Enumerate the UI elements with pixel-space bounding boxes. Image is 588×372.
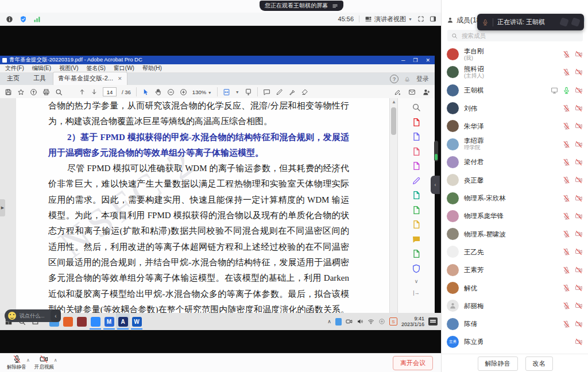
taskbar-app-acrobat[interactable]: A [116,313,130,330]
page-number-input[interactable] [103,87,117,96]
member-row[interactable]: 物理系-宋欣林 [442,189,588,207]
member-search[interactable] [447,30,583,41]
leave-meeting-button[interactable]: 离开会议 [393,356,433,370]
unmute-button[interactable]: 解除静音 [3,354,30,372]
print-production-tool-icon[interactable] [412,249,421,258]
zoom-out-icon[interactable] [167,88,175,96]
page-up-icon[interactable] [79,88,86,95]
taskbar-app-voov-meeting[interactable] [88,313,102,330]
member-row[interactable]: 物理系庞华锋 [442,207,588,225]
emoji-icon[interactable] [8,312,16,320]
scroll-up-arrow[interactable]: ▲ [390,99,398,104]
help-icon[interactable]: ? [390,75,399,83]
tab-close-icon[interactable]: ✕ [118,76,122,82]
banner-menu-icon[interactable] [332,3,338,9]
tray-volume-icon[interactable] [357,318,363,325]
security-shield-icon[interactable] [20,16,27,23]
panel-collapse-handle[interactable]: ‹ [431,176,440,194]
tray-expand-icon[interactable]: ∧ [327,319,331,324]
page-down-icon[interactable] [91,88,98,95]
scrollbar-thumb[interactable] [391,107,396,135]
send-mail-icon[interactable] [408,88,416,96]
menu-item[interactable]: 文件(F) [2,64,28,72]
scroll-mode-icon[interactable] [245,88,252,96]
taskbar-app-app-darkred[interactable] [75,313,88,330]
rail-expand-icon[interactable]: |→ [413,290,419,296]
star-icon[interactable] [17,88,25,96]
member-row[interactable]: 陈倩 [442,315,588,332]
comment-icon[interactable] [263,88,270,96]
action-center-icon[interactable] [428,317,438,326]
fill-sign-tool-icon[interactable] [412,176,421,185]
member-row[interactable]: 李绍蓉 理学院 [442,135,588,153]
taskbar-app-app-orange[interactable] [61,313,75,330]
acrobat-minimize-button[interactable]: ─ [401,57,405,63]
find-icon[interactable] [55,88,63,96]
tab-home[interactable]: 主页 [0,72,26,85]
hand-tool-icon[interactable] [154,88,162,96]
side-panel-icon[interactable] [430,16,436,22]
panel-unmute-button[interactable]: 解除静音 [478,356,518,371]
export-pdf-tool-icon[interactable] [412,132,421,141]
tray-bluetooth-icon[interactable] [335,318,342,326]
start-video-button[interactable]: 开启视频 [31,354,57,372]
fit-width-icon[interactable] [223,88,230,96]
menu-item[interactable]: 窗口(W) [110,64,138,72]
rail-more-icon[interactable]: ∨ [415,278,419,284]
member-row[interactable]: 王朝棋 [442,82,588,99]
add-user-icon[interactable] [423,88,430,96]
security-tool-icon[interactable] [412,264,421,273]
acrobat-restore-button[interactable]: ❐ [413,57,417,63]
fill-sign-icon[interactable] [394,88,401,96]
acrobat-close-button[interactable]: ✕ [425,57,430,63]
tab-document[interactable]: 青年基金提交版-2... ✕ [53,72,127,85]
pencil-icon[interactable] [276,88,283,96]
member-row[interactable]: 梁付君 [442,153,588,171]
sign-pen-icon[interactable] [288,88,296,96]
stamp-icon[interactable] [301,88,308,96]
member-row[interactable]: 李自刚 (我) [442,45,588,63]
tab-tools[interactable]: 工具 [26,72,53,85]
export-excel-tool-icon[interactable] [412,206,421,215]
member-row[interactable]: 刘伟 [442,99,588,117]
member-search-input[interactable] [461,32,566,40]
taskbar-clock[interactable]: 9:41 2023/1/16 [401,316,424,327]
nav-pane-expand-button[interactable]: ▶ [0,199,5,216]
select-tool-icon[interactable] [142,88,149,96]
create-pdf-tool-icon[interactable] [412,118,421,127]
taskbar-app-word[interactable]: W [130,313,144,330]
edit-pdf-tool-icon[interactable] [412,161,421,170]
zoom-in-icon[interactable] [180,88,187,96]
protect-doc-tool-icon[interactable] [412,220,421,229]
menu-item[interactable]: 视图(V) [56,64,82,72]
bell-icon[interactable]: 🕭 [404,76,411,83]
menu-item[interactable]: 签名(S) [83,64,109,72]
tray-input-icon[interactable] [378,318,385,325]
marquee-zoom-tool-icon[interactable] [412,103,421,112]
fullscreen-icon[interactable] [417,16,424,22]
member-row[interactable]: 解优 [442,279,588,297]
member-row[interactable]: 物理系-瞿啸波 [442,225,588,243]
tray-camera-icon[interactable] [346,318,353,325]
menu-item[interactable]: 编辑(E) [29,64,55,72]
video-options-chevron[interactable]: ∧ [54,358,57,363]
comment-tool-icon[interactable] [412,235,421,244]
zoom-level-dropdown[interactable]: 130% ▼ [192,89,212,95]
member-row[interactable]: 王素芳 [442,261,588,279]
tray-network-icon[interactable] [368,318,374,325]
tray-ime-icon[interactable]: S [389,317,397,326]
organize-pages-tool-icon[interactable] [412,147,421,156]
view-mode-dropdown[interactable]: 演讲者视图 ▼ [365,15,412,24]
signin-link[interactable]: 登录 [416,75,429,83]
member-row[interactable]: 炎正馨 [442,171,588,189]
share-icon[interactable] [30,88,37,96]
save-icon[interactable] [5,88,12,96]
panel-rename-button[interactable]: 改名 [525,356,553,371]
taskbar-app-app-blue-docs[interactable]: M [102,313,116,330]
meeting-info-icon[interactable] [6,16,13,23]
member-row[interactable]: 朱华泽 [442,117,588,135]
print-icon[interactable] [42,88,50,96]
member-row[interactable]: 郝丽梅 [442,297,588,315]
chat-bubble-collapse-button[interactable]: ‹ [51,309,61,322]
menu-item[interactable]: 帮助(H) [139,64,165,72]
